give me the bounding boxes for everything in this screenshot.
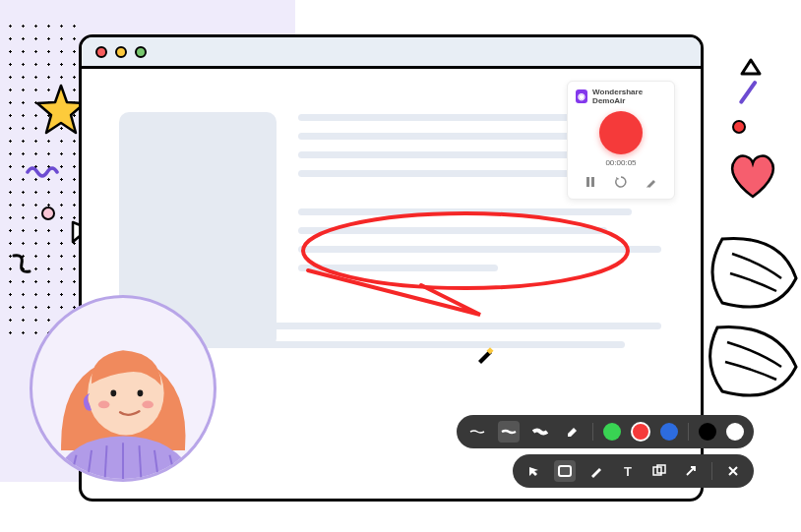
recording-timer: 00:00:05 (576, 158, 666, 167)
restart-button[interactable] (612, 173, 630, 191)
squiggle-icon (26, 162, 61, 182)
presenter-avatar (30, 295, 216, 482)
thick-line-tool[interactable] (529, 421, 551, 443)
svg-point-9 (138, 389, 144, 396)
svg-rect-3 (591, 177, 594, 187)
color-red[interactable] (631, 422, 650, 442)
eraser-tool[interactable] (561, 421, 583, 443)
close-toolbar-button[interactable] (722, 460, 744, 482)
thin-line-tool[interactable] (466, 421, 488, 443)
circle-icon (732, 120, 746, 134)
svg-rect-2 (586, 177, 589, 187)
color-green[interactable] (603, 423, 621, 441)
text-tool[interactable]: T (617, 460, 639, 482)
annotation-toolbar: T (513, 454, 754, 488)
svg-rect-4 (559, 466, 571, 476)
heart-icon (724, 148, 781, 205)
color-blue[interactable] (660, 423, 678, 441)
pen-tool[interactable] (585, 460, 607, 482)
triangle-icon (740, 57, 762, 81)
color-white[interactable] (726, 423, 744, 441)
arrow-tool[interactable] (680, 460, 702, 482)
app-logo-icon: ◉ (576, 89, 587, 103)
maximize-window-button[interactable] (135, 46, 147, 58)
select-tool[interactable] (523, 460, 544, 482)
circle-icon (41, 207, 55, 220)
line-icon (739, 80, 758, 104)
minimize-window-button[interactable] (115, 46, 127, 58)
app-name: Wondershare DemoAir (592, 88, 666, 105)
svg-point-8 (110, 389, 116, 396)
shape-tool[interactable] (648, 460, 670, 482)
recording-panel: ◉ Wondershare DemoAir 00:00:05 (567, 81, 675, 200)
draw-button[interactable] (643, 173, 660, 191)
drawing-style-toolbar (457, 415, 754, 448)
pen-cursor-icon (475, 344, 495, 364)
squiggle-icon (10, 252, 35, 279)
rectangle-tool[interactable] (554, 460, 576, 482)
color-black[interactable] (699, 423, 716, 441)
svg-point-11 (142, 401, 154, 409)
record-button[interactable] (599, 111, 643, 154)
close-window-button[interactable] (95, 46, 107, 58)
svg-point-10 (98, 401, 110, 409)
medium-line-tool[interactable] (498, 421, 520, 443)
window-titlebar (82, 37, 701, 69)
pause-button[interactable] (582, 173, 599, 191)
